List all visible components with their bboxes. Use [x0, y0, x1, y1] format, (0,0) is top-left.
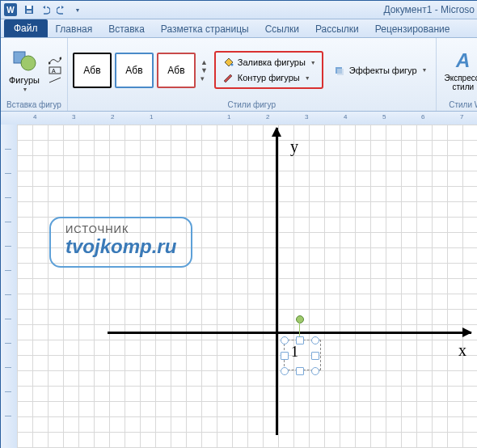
shapes-label: Фигуры [9, 75, 40, 85]
tab-insert[interactable]: Вставка [100, 21, 153, 37]
app-icon: W [4, 3, 17, 16]
tab-references[interactable]: Ссылки [257, 21, 307, 37]
resize-handle-nw[interactable] [281, 336, 289, 344]
resize-handle-se[interactable] [311, 367, 319, 375]
chevron-down-icon: ▼ [22, 87, 27, 92]
shape-style-3[interactable]: Абв [157, 53, 196, 88]
window-title: Документ1 - Microso [383, 4, 475, 15]
wordart-express-button[interactable]: A Экспресс- стили [441, 48, 478, 93]
resize-handle-e[interactable] [311, 352, 319, 360]
shape-presets[interactable]: A [48, 57, 62, 84]
shapes-button[interactable]: Фигуры ▼ [6, 46, 43, 94]
x-axis-label[interactable]: x [458, 341, 466, 360]
svg-text:A: A [52, 68, 56, 74]
gridlines [17, 125, 477, 448]
svg-point-4 [21, 56, 36, 70]
rotate-handle[interactable] [296, 315, 304, 323]
watermark: ИСТОЧНИК tvojkomp.ru [49, 217, 192, 268]
save-icon[interactable] [22, 2, 36, 17]
shape-outline-button[interactable]: Контур фигуры▼ [218, 70, 319, 85]
y-axis-label[interactable]: y [290, 137, 298, 156]
tab-review[interactable]: Рецензирование [367, 21, 458, 37]
shape-fill-button[interactable]: Заливка фигуры▼ [218, 55, 319, 70]
wordart-icon: A [456, 49, 470, 72]
svg-rect-1 [27, 6, 32, 9]
undo-icon[interactable] [38, 2, 53, 17]
effects-icon [333, 65, 346, 76]
pen-icon [222, 72, 234, 83]
redo-icon[interactable] [54, 2, 69, 17]
svg-point-10 [230, 64, 233, 66]
textbox-mini-icon[interactable]: A [48, 66, 62, 74]
textbox-content: 1 [291, 344, 298, 360]
page-canvas[interactable]: y x 1 ИСТОЧНИК tvojkomp.ru [17, 125, 477, 448]
tab-mailings[interactable]: Рассылки [307, 21, 367, 37]
shape-effects-button[interactable]: Эффекты фигур▼ [330, 63, 431, 78]
watermark-top: ИСТОЧНИК [65, 223, 176, 235]
resize-handle-s[interactable] [296, 367, 304, 375]
resize-handle-ne[interactable] [311, 336, 319, 344]
group-insert-shapes: Вставка фигур [6, 99, 62, 109]
shape-style-1[interactable]: Абв [73, 53, 112, 88]
resize-handle-w[interactable] [281, 352, 289, 360]
bucket-icon [222, 57, 234, 68]
style-gallery-scroll[interactable]: ▲▼▾ [201, 58, 208, 82]
group-wordart: Стили WordArt [441, 99, 478, 109]
svg-point-6 [59, 57, 61, 59]
watermark-bottom: tvojkomp.ru [65, 235, 176, 258]
edit-points-icon[interactable] [48, 57, 62, 65]
shapes-icon [11, 48, 37, 74]
tab-home[interactable]: Главная [48, 21, 101, 37]
qat-more-icon[interactable]: ▼ [70, 2, 85, 17]
resize-handle-n[interactable] [296, 336, 304, 344]
group-shape-styles: Стили фигур [73, 99, 431, 109]
line-mini-icon[interactable] [48, 76, 62, 84]
svg-line-9 [49, 78, 61, 82]
x-axis-shape[interactable] [108, 332, 471, 334]
y-axis-shape[interactable] [276, 128, 278, 435]
tab-layout[interactable]: Разметка страницы [153, 21, 257, 37]
ribbon: Фигуры ▼ A Вставка фигур Абв Абв Абв ▲▼▾… [1, 38, 477, 112]
shape-style-2[interactable]: Абв [115, 53, 154, 88]
document-area: L 4 3 2 1 1 2 3 4 5 6 7 y x 1 [1, 112, 477, 448]
svg-rect-12 [337, 69, 344, 75]
tab-file[interactable]: Файл [4, 19, 48, 37]
svg-rect-2 [27, 11, 32, 13]
horizontal-ruler[interactable]: 4 3 2 1 1 2 3 4 5 6 7 [1, 112, 477, 125]
resize-handle-sw[interactable] [281, 367, 289, 375]
vertical-ruler[interactable] [1, 125, 18, 448]
ribbon-tabs: Файл Главная Вставка Разметка страницы С… [1, 19, 477, 38]
